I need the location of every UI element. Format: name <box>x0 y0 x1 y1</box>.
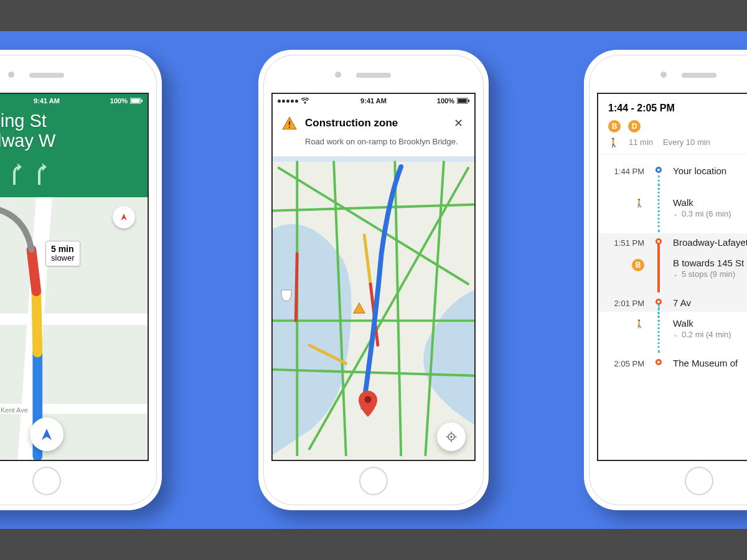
phone-home-button <box>32 467 61 495</box>
step-time: 1:44 PM <box>607 166 644 176</box>
step-board-station[interactable]: 1:51 PM Broadway-Lafayette St <box>598 233 747 251</box>
lane-arrow-right-icon <box>32 161 47 189</box>
phone-camera <box>660 72 667 78</box>
lane-arrow-right-icon <box>7 161 22 189</box>
svg-rect-9 <box>289 121 290 126</box>
svg-marker-3 <box>121 213 126 220</box>
transit-timeline: 1:44 PM Your location 🚶 Walk ⌄0.3 mi (6 … <box>598 154 747 372</box>
line-badge-d: D <box>628 120 641 133</box>
status-bar: 9:41 AM 100% <box>0 94 148 108</box>
report-pin-icon[interactable] <box>113 206 135 228</box>
step-title: Broadway-Lafayette St <box>673 237 747 248</box>
route-chips: B D <box>608 120 747 133</box>
step-title: Your location <box>673 166 747 176</box>
phone-transit: 1:44 - 2:05 PM B D 🚶 11 min Every 10 min… <box>584 50 747 510</box>
svg-marker-4 <box>42 429 52 440</box>
phone-camera <box>335 72 341 78</box>
step-meta: 0.2 mi (4 min) <box>682 330 731 339</box>
alt-route-label: slower <box>51 253 75 263</box>
chevron-down-icon: ⌄ <box>673 271 678 278</box>
summary-frequency: Every 10 min <box>663 138 710 147</box>
alert-body: Road work on on-ramp to Brooklyn Bridge. <box>305 136 466 147</box>
step-meta: 0.3 mi (6 min) <box>682 209 731 218</box>
screen-navigation: 9:41 AM 100% Roebling St Broadway W <box>0 93 149 461</box>
phone-camera <box>8 72 14 78</box>
chevron-down-icon: ⌄ <box>673 331 678 338</box>
alt-route-callout[interactable]: 5 min slower <box>45 241 80 266</box>
step-title: 7 Av <box>673 297 747 308</box>
time-range: 1:44 - 2:05 PM <box>608 103 747 114</box>
step-walk[interactable]: 🚶 Walk ⌄0.3 mi (6 min) <box>598 191 747 233</box>
status-time: 9:41 AM <box>0 97 148 105</box>
status-time: 9:41 AM <box>273 97 474 105</box>
status-bar: 9:41 AM 100% <box>273 94 474 108</box>
step-time: 1:51 PM <box>607 237 644 248</box>
step-title: The Museum of <box>673 358 747 368</box>
phone-traffic: 9:41 AM 100% Construction zone <box>258 50 489 510</box>
recenter-button[interactable] <box>30 418 63 451</box>
promo-canvas: 9:41 AM 100% Roebling St Broadway W <box>0 0 747 560</box>
street-line-2: Broadway W <box>0 131 140 151</box>
step-origin[interactable]: 1:44 PM Your location <box>598 159 747 191</box>
phone-navigation: 9:41 AM 100% Roebling St Broadway W <box>0 50 162 510</box>
close-icon[interactable]: ✕ <box>451 114 466 133</box>
route-line <box>0 197 148 461</box>
step-alight-station[interactable]: 2:01 PM 7 Av <box>598 294 747 312</box>
route-shield-icon <box>279 287 294 302</box>
step-title: B towards 145 St <box>673 258 747 268</box>
step-title: Walk <box>673 318 747 329</box>
line-badge-b: B <box>632 259 644 271</box>
step-destination[interactable]: 2:05 PM The Museum of <box>598 354 747 372</box>
phone-speaker <box>29 73 64 78</box>
step-walk[interactable]: 🚶 Walk ⌄0.2 mi (4 min) <box>598 312 747 354</box>
alert-card[interactable]: Construction zone ✕ Road work on on-ramp… <box>273 108 474 157</box>
construction-icon <box>281 115 298 131</box>
svg-rect-10 <box>289 126 290 128</box>
alert-title: Construction zone <box>305 117 444 129</box>
construction-marker-icon[interactable] <box>352 301 366 315</box>
map-navigation[interactable]: Kent Ave 5 min slower <box>0 197 148 461</box>
locate-button[interactable] <box>437 422 466 451</box>
walk-icon: 🚶 <box>608 138 619 147</box>
step-time: 2:01 PM <box>607 297 644 308</box>
svg-point-12 <box>365 396 372 403</box>
phone-speaker <box>682 73 716 78</box>
destination-pin-icon[interactable] <box>359 391 377 419</box>
street-line-1: Roebling St <box>0 111 140 131</box>
walk-icon: 🚶 <box>607 197 644 218</box>
navigation-banner[interactable]: Roebling St Broadway W <box>0 108 148 197</box>
line-badge-b: B <box>608 120 621 133</box>
phone-home-button <box>685 467 713 495</box>
step-ride[interactable]: B B towards 145 St ⌄5 stops (9 min) <box>598 251 747 294</box>
svg-point-14 <box>450 436 452 437</box>
screen-traffic: 9:41 AM 100% Construction zone <box>271 93 476 461</box>
step-title: Walk <box>673 197 747 208</box>
chevron-down-icon: ⌄ <box>673 210 678 217</box>
walk-icon: 🚶 <box>607 318 644 339</box>
svg-marker-11 <box>354 302 365 313</box>
map-traffic[interactable] <box>273 157 474 460</box>
summary-walk-time: 11 min <box>629 138 653 147</box>
lane-guidance <box>0 161 140 189</box>
screen-transit: 1:44 - 2:05 PM B D 🚶 11 min Every 10 min… <box>597 93 747 461</box>
alt-route-value: 5 min <box>51 244 75 254</box>
phone-speaker <box>356 73 391 78</box>
phone-home-button <box>359 467 388 495</box>
step-time: 2:05 PM <box>607 358 644 368</box>
transit-summary[interactable]: 1:44 - 2:05 PM B D 🚶 11 min Every 10 min <box>598 94 747 154</box>
step-meta: 5 stops (9 min) <box>682 269 735 279</box>
